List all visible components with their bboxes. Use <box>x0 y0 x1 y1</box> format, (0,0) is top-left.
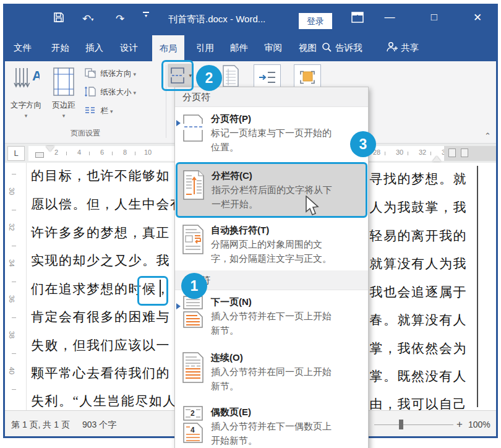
quick-access-customize-button[interactable]: ▾ <box>143 10 149 19</box>
breaks-dropdown-menu: 分页符 分页符(P) 标记一页结束与下一页开始的位置。 <box>174 87 369 448</box>
sign-in-button[interactable]: 登录 <box>299 13 332 29</box>
doc-line: 鼓掌，我依然会为 <box>356 340 467 357</box>
title-bar: ↶▾ ↷ ▾ 刊首寄语.docx - Word... 登录 — □ ✕ <box>3 4 498 34</box>
save-icon[interactable] <box>53 12 64 25</box>
margin-marker <box>461 149 468 157</box>
columns-icon <box>85 106 96 115</box>
word-count[interactable]: 903 个字 <box>82 411 116 438</box>
tab-review[interactable]: 审阅 <box>264 34 282 61</box>
indent-icon <box>258 69 276 85</box>
doc-line: 许许多多的梦想，真正 <box>31 224 170 241</box>
annotation-box-cursor <box>137 276 168 306</box>
doc-line: 轻易的离开我的 <box>370 227 468 244</box>
orientation-button[interactable]: 纸张方向▾ <box>85 66 136 82</box>
zoom-level[interactable]: 100% <box>468 411 490 438</box>
page-right-boundary <box>477 166 478 407</box>
doc-line: 颗平常心去看待我们的 <box>31 364 170 382</box>
menu-item-section-next-page[interactable]: 下一页(N) 插入分节符并在下一页上开始新节。 <box>175 290 368 346</box>
tab-mailings[interactable]: 邮件 <box>230 34 248 61</box>
margins-icon <box>46 64 81 99</box>
page-info[interactable]: 第 1 页, 共 1 页 <box>11 411 70 438</box>
svg-text:2: 2 <box>191 409 195 418</box>
callout-1: 1 <box>181 273 207 299</box>
doc-line: 肯定会有很多的困难与 <box>31 308 170 325</box>
ribbon-tab-bar: 文件 开始 插入 设计 引用 邮件 审阅 视图 告诉我 共享 <box>3 34 498 61</box>
object-position-icon <box>298 69 317 86</box>
menu-item-section-even-page[interactable]: 2 4 偶数页(E) 插入分节符并在下一偶数页上开始新节。 <box>175 400 368 448</box>
tab-tellme[interactable]: 告诉我 <box>335 34 362 61</box>
break-position-marker <box>176 120 184 126</box>
tellme-search-icon[interactable] <box>322 34 332 61</box>
tab-home[interactable]: 开始 <box>51 34 69 61</box>
columns-button[interactable]: 栏▾ <box>85 103 113 119</box>
margin-marker <box>448 149 456 157</box>
menu-item-section-continuous[interactable]: 连续(O) 插入分节符并在同一页上开始新节。 <box>175 346 368 400</box>
section-next-page-icon <box>181 296 205 328</box>
tab-selector[interactable]: L <box>7 146 25 161</box>
doc-line: 失利。“人生岂能尽如人 <box>31 392 177 410</box>
doc-line: 人为我鼓掌，我 <box>370 199 468 216</box>
window-title: 刊首寄语.docx - Word... <box>168 14 265 25</box>
dropdown-icon: ▾ <box>25 113 28 119</box>
ruler-margin-area <box>444 146 497 161</box>
svg-text:A: A <box>32 68 40 84</box>
maximize-button[interactable]: □ <box>426 11 442 24</box>
minimize-button[interactable]: — <box>382 11 398 24</box>
doc-line: 寻找的梦想。就 <box>370 170 468 187</box>
zoom-in-button[interactable]: + <box>456 411 463 438</box>
doc-line: 实现的却少之又少。我 <box>31 252 170 269</box>
tab-view[interactable]: 视图 <box>299 34 317 61</box>
break-position-marker <box>176 303 184 309</box>
page-break-icon <box>181 113 205 144</box>
tab-layout-active[interactable]: 布局 <box>152 35 184 63</box>
word-window: ↶▾ ↷ ▾ 刊首寄语.docx - Word... 登录 — □ ✕ 文件 开… <box>0 0 501 448</box>
left-indent-marker[interactable] <box>35 152 44 158</box>
tab-insert[interactable]: 插入 <box>85 34 103 61</box>
window-border-left <box>3 4 5 438</box>
zoom-slider-track[interactable] <box>374 424 453 425</box>
paper-size-icon <box>85 87 96 97</box>
callout-2: 2 <box>196 65 222 91</box>
section-continuous-icon <box>181 351 205 384</box>
collapse-ribbon-icon[interactable]: ⌃ <box>484 131 491 140</box>
line-numbers-icon[interactable] <box>221 65 239 90</box>
text-wrap-icon <box>181 224 205 255</box>
undo-button[interactable]: ↶▾ <box>82 12 93 25</box>
annotation-box-breaks-button <box>161 60 194 91</box>
orientation-icon <box>85 68 96 78</box>
doc-line: 失败，但我们应该以一 <box>31 337 170 354</box>
dropdown-icon: ▾ <box>62 113 66 119</box>
text-direction-icon: A <box>8 64 44 99</box>
tab-share[interactable]: 共享 <box>401 34 419 61</box>
share-person-icon[interactable] <box>385 34 398 61</box>
doc-line: 就算没有人为我 <box>370 255 468 272</box>
margins-button[interactable]: 页边距 ▾ <box>46 64 81 124</box>
text-direction-button[interactable]: A 文字方向 ▾ <box>8 64 44 124</box>
doc-line: 青春。就算没有人 <box>356 311 467 329</box>
redo-button[interactable]: ↷ <box>116 12 124 25</box>
ribbon-display-options-icon[interactable] <box>351 12 364 25</box>
section-even-page-icon: 2 4 <box>181 406 205 443</box>
zoom-slider-handle[interactable] <box>399 420 403 429</box>
group-label-page-setup: 页面设置 <box>8 128 163 139</box>
tab-references[interactable]: 引用 <box>196 34 214 61</box>
window-border-right <box>496 4 498 438</box>
doc-line: 愿以偿。但，人生中会有 <box>31 196 184 213</box>
right-indent-marker[interactable] <box>432 152 441 162</box>
menu-item-column-break[interactable]: 分栏符(C) 指示分栏符后面的文字将从下一栏开始。 <box>176 162 367 218</box>
column-break-icon <box>182 170 205 200</box>
menu-header-page-breaks: 分页符 <box>175 87 368 107</box>
vertical-ruler[interactable]: 30 32 34 36 38 40 <box>3 163 27 410</box>
doc-line: 我也会追逐属于 <box>370 283 468 301</box>
doc-line: 鼓掌。既然没有人 <box>356 368 467 385</box>
close-button[interactable]: ✕ <box>469 11 486 24</box>
first-line-indent-marker[interactable] <box>46 146 54 156</box>
undo-dropdown-icon[interactable]: ▾ <box>91 17 93 22</box>
tab-design[interactable]: 设计 <box>120 34 138 61</box>
paper-size-button[interactable]: 纸张大小▾ <box>85 84 136 100</box>
tab-file[interactable]: 文件 <box>14 34 32 61</box>
menu-item-text-wrap[interactable]: 自动换行符(T) 分隔网页上的对象周围的文字，如分隔题注文字与正文。 <box>175 218 368 270</box>
menu-item-page-break[interactable]: 分页符(P) 标记一页结束与下一页开始的位置。 <box>175 107 368 162</box>
mouse-cursor-icon <box>304 196 320 217</box>
doc-line: 理由，我可以自己 <box>356 395 467 410</box>
